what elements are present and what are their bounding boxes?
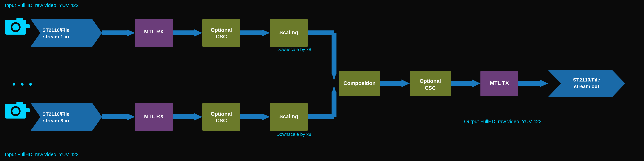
input-bottom-label: Input FullHD, raw video, YUV 422 bbox=[5, 152, 79, 157]
svg-text:MTL TX: MTL TX bbox=[490, 80, 509, 86]
svg-text:Optional: Optional bbox=[210, 27, 232, 33]
svg-rect-25 bbox=[26, 108, 30, 112]
svg-text:ST2110/File: ST2110/File bbox=[42, 27, 70, 33]
svg-text:MTL RX: MTL RX bbox=[144, 29, 164, 34]
svg-text:ST2110/File: ST2110/File bbox=[573, 77, 600, 82]
svg-text:stream 8 in: stream 8 in bbox=[43, 118, 69, 123]
svg-text:Optional: Optional bbox=[420, 78, 441, 84]
svg-text:MTL RX: MTL RX bbox=[144, 114, 164, 119]
svg-text:CSC: CSC bbox=[425, 85, 436, 91]
output-label: Output FullHD, raw video, YUV 422 bbox=[464, 119, 542, 124]
svg-marker-6 bbox=[30, 19, 102, 47]
input-top-label: Input FullHD, raw video, YUV 422 bbox=[5, 2, 79, 8]
svg-text:CSC: CSC bbox=[216, 118, 227, 124]
svg-text:CSC: CSC bbox=[216, 34, 227, 40]
svg-point-23 bbox=[12, 108, 19, 114]
svg-rect-24 bbox=[16, 102, 23, 105]
svg-text:Downscale by x8: Downscale by x8 bbox=[276, 132, 311, 137]
svg-rect-5 bbox=[26, 24, 30, 28]
svg-text:Optional: Optional bbox=[210, 111, 232, 117]
svg-text:Downscale by x8: Downscale by x8 bbox=[276, 47, 311, 52]
svg-text:Composition: Composition bbox=[344, 80, 376, 86]
svg-text:Scaling: Scaling bbox=[280, 114, 298, 119]
diagram-container: Input FullHD, raw video, YUV 422 Input F… bbox=[0, 0, 644, 161]
svg-text:• • •: • • • bbox=[12, 79, 34, 89]
svg-text:stream 1 in: stream 1 in bbox=[43, 34, 69, 39]
svg-rect-4 bbox=[16, 18, 23, 21]
svg-text:stream out: stream out bbox=[574, 84, 599, 89]
svg-rect-0 bbox=[0, 0, 644, 161]
svg-point-3 bbox=[12, 24, 19, 30]
svg-text:ST2110/File: ST2110/File bbox=[42, 111, 70, 117]
svg-marker-26 bbox=[30, 103, 102, 131]
svg-text:Scaling: Scaling bbox=[280, 30, 298, 36]
